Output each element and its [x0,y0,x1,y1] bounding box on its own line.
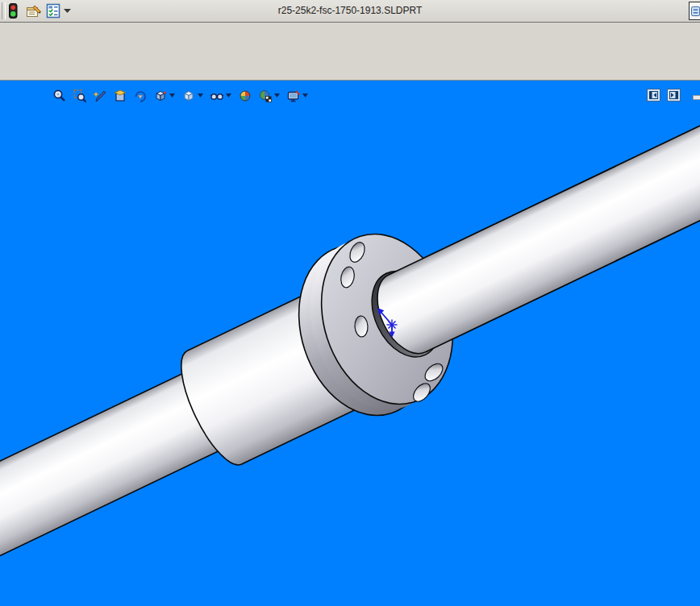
previous-view-button[interactable] [92,88,107,103]
collapse-pane-left-button[interactable] [647,89,660,102]
hide-show-items-button[interactable] [209,88,224,103]
title-bar: r25-25k2-fsc-1750-1913.SLDPRT [0,0,700,23]
previous-view-icon [93,89,107,103]
view-orientation-dropdown[interactable] [169,93,176,98]
chevron-down-icon [302,93,308,98]
edit-appearance-button[interactable] [237,88,252,103]
headsup-view-toolbar [52,88,310,103]
titlebar-overflow-button[interactable] [689,2,700,20]
document-title: r25-25k2-fsc-1750-1913.SLDPRT [0,0,700,23]
pdm-status-button[interactable] [3,2,23,21]
collapse-right-icon [669,91,678,99]
hide-show-items-dropdown[interactable] [226,93,232,98]
collapse-pane-right-button[interactable] [667,89,681,102]
display-style-button[interactable] [181,88,196,103]
model-scene[interactable] [0,81,700,606]
minimize-button-partial[interactable] [693,95,700,100]
section-view-button[interactable] [112,88,127,103]
eyeglasses-icon [210,89,224,103]
overflow-icon [691,6,700,17]
display-style-dropdown[interactable] [198,93,204,98]
apply-scene-icon [258,89,273,103]
rotate-view-button[interactable] [132,88,148,103]
appearance-sphere-icon [238,89,252,103]
graphics-viewport[interactable] [0,81,700,606]
zoom-to-area-button[interactable] [72,88,87,103]
display-style-icon [181,89,196,103]
shaft-front-segment [359,117,700,368]
traffic-light-icon [5,2,21,20]
view-settings-icon [286,89,301,103]
view-settings-button[interactable] [285,88,301,103]
zoom-to-fit-icon [52,89,67,103]
checklist-dropdown-button[interactable] [61,2,73,21]
chevron-down-icon [169,93,175,98]
rotate-view-icon [133,89,148,103]
view-settings-dropdown[interactable] [302,93,309,98]
zoom-to-area-icon [73,89,87,103]
solidworks-window: { "window": { "app": "SolidWorks part do… [0,0,700,606]
chevron-down-icon [274,93,280,98]
view-orientation-button[interactable] [152,88,168,103]
collapse-left-icon [649,91,658,99]
command-manager-area [0,23,700,81]
apply-scene-button[interactable] [257,88,273,103]
checklist-icon [45,3,61,19]
chevron-down-icon [198,93,203,98]
design-checklist-button[interactable] [44,2,63,21]
zoom-to-fit-button[interactable] [52,88,67,103]
chevron-down-icon [226,93,231,98]
edit-properties-icon [25,3,43,19]
section-view-icon [113,89,127,103]
view-orientation-icon [153,89,168,103]
chevron-down-icon [64,9,71,14]
pane-controls [647,89,681,102]
edit-properties-button[interactable] [24,2,44,21]
apply-scene-dropdown[interactable] [274,93,281,98]
